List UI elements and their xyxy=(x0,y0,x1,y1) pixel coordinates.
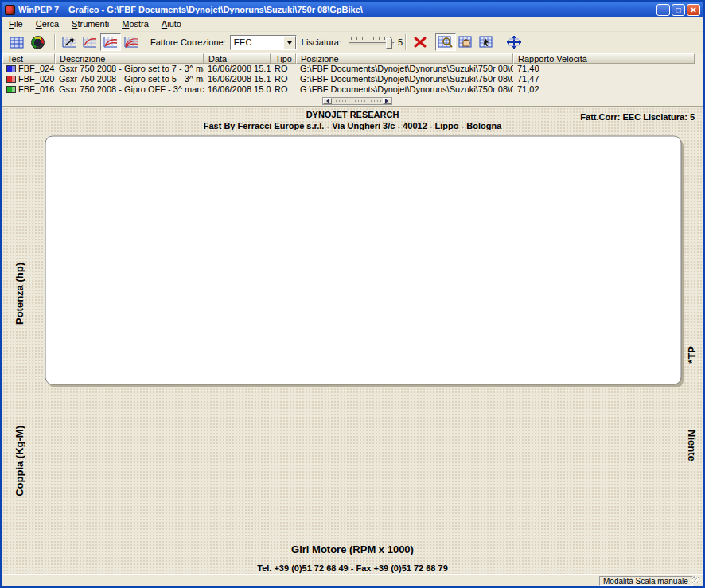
pointer-icon xyxy=(479,36,495,49)
status-bar: Modalità Scala manuale xyxy=(2,574,703,586)
correction-value: EEC xyxy=(231,37,283,47)
col-posizione[interactable]: Posizione xyxy=(296,53,513,64)
torque-axis-label: Coppia (Kg-M) xyxy=(14,426,25,496)
run-color-swatch xyxy=(6,86,16,93)
scroll-track[interactable] xyxy=(333,100,382,102)
scroll-left-arrow[interactable] xyxy=(323,98,332,104)
power-plot xyxy=(45,136,684,387)
dyno-gauge-button[interactable] xyxy=(27,33,48,51)
table-row[interactable]: FBF_024.drf Gsxr 750 2008 - Gipro set to… xyxy=(2,64,703,74)
scale-mode-status: Modalità Scala manuale xyxy=(599,576,693,586)
scroll-right-arrow[interactable] xyxy=(383,98,391,104)
graph-single-icon xyxy=(82,36,98,49)
right-axis-label: Niente xyxy=(686,430,698,461)
chevron-down-icon xyxy=(287,41,292,47)
correction-combobox[interactable]: EEC xyxy=(230,35,297,50)
maximize-button[interactable]: □ xyxy=(672,4,685,16)
graph-overlay-button[interactable] xyxy=(100,33,121,51)
winpep-window: WinPEP 7 Grafico - G:\FBF Documents\Dyno… xyxy=(0,0,705,588)
crosshair-button[interactable] xyxy=(504,33,524,51)
graph-single-button[interactable] xyxy=(80,33,100,51)
app-icon xyxy=(5,5,15,15)
app-title: WinPEP 7 xyxy=(18,5,59,14)
graph-multi-button[interactable] xyxy=(121,33,142,51)
runs-table: Test Descrizione Data Tipo Posizione Rap… xyxy=(2,53,703,107)
title-bar[interactable]: WinPEP 7 Grafico - G:\FBF Documents\Dyno… xyxy=(2,2,703,17)
chart-area: DYNOJET RESEARCH Fast By Ferracci Europe… xyxy=(2,107,703,574)
toolbar-separator xyxy=(54,34,56,50)
col-descrizione[interactable]: Descrizione xyxy=(55,53,204,64)
delete-run-button[interactable] xyxy=(410,33,430,51)
contact-info: Tel. +39 (0)51 72 68 49 - Fax +39 (0)51 … xyxy=(2,563,703,573)
menu-aiuto[interactable]: Aiuto xyxy=(155,18,188,30)
menu-strumenti[interactable]: Strumenti xyxy=(65,18,115,30)
table-row[interactable]: FBF_020.drf Gsxr 750 2008 - Gipro set to… xyxy=(2,74,703,84)
graph-export-button[interactable] xyxy=(59,33,80,51)
graph-overlay-icon xyxy=(103,36,119,49)
pan-hand-icon xyxy=(458,36,474,49)
table-row[interactable]: FBF_016.drf Gsxr 750 2008 - Gipro OFF - … xyxy=(2,84,703,95)
table-view-button[interactable] xyxy=(6,33,27,51)
table-header: Test Descrizione Data Tipo Posizione Rap… xyxy=(2,53,703,64)
menu-file[interactable]: File xyxy=(2,18,29,30)
col-rapporto[interactable]: Rapporto Velocità xyxy=(513,53,695,64)
graph-multi-icon xyxy=(123,36,139,49)
menu-mostra[interactable]: Mostra xyxy=(115,18,155,30)
col-data[interactable]: Data xyxy=(204,53,271,64)
close-button[interactable]: ✕ xyxy=(687,4,700,16)
toolbar-separator xyxy=(405,34,407,50)
smoothing-value: 5 xyxy=(398,37,403,47)
run-color-swatch xyxy=(6,65,16,72)
zoom-select-icon xyxy=(438,36,454,49)
smoothing-label: Lisciatura: xyxy=(302,37,341,47)
graph-arrow-icon xyxy=(61,36,77,49)
table-hscrollbar[interactable] xyxy=(322,97,392,105)
power-axis-label: Potenza (hp) xyxy=(14,263,25,325)
crosshair-icon xyxy=(506,35,522,49)
col-tipo[interactable]: Tipo xyxy=(271,53,296,64)
zoom-select-button[interactable] xyxy=(435,33,456,51)
combo-dropdown-button[interactable] xyxy=(283,36,296,49)
menu-bar: File Cerca Strumenti Mostra Aiuto xyxy=(2,17,703,32)
resize-grip[interactable] xyxy=(692,576,699,583)
toolbar: Fattore Correzione: EEC Lisciatura: 5 xyxy=(2,32,703,53)
smoothing-slider[interactable] xyxy=(349,35,395,49)
pan-button[interactable] xyxy=(456,33,477,51)
table-icon xyxy=(10,37,24,49)
pointer-select-button[interactable] xyxy=(477,33,497,51)
delete-icon xyxy=(413,36,427,49)
slider-thumb[interactable] xyxy=(386,38,392,49)
minimize-button[interactable]: _ xyxy=(656,4,670,16)
run-color-swatch xyxy=(6,76,16,83)
correction-label: Fattore Correzione: xyxy=(150,37,226,47)
document-title: Grafico - G:\FBF Documents\Dynojet\Dynor… xyxy=(68,5,363,14)
gauge-icon xyxy=(31,36,45,49)
menu-cerca[interactable]: Cerca xyxy=(29,18,65,30)
x-axis-label: Giri Motore (RPM x 1000) xyxy=(2,543,703,555)
tp-axis-label: *TP xyxy=(686,346,698,364)
col-test[interactable]: Test xyxy=(2,53,55,64)
dyno-charts[interactable] xyxy=(2,107,703,575)
